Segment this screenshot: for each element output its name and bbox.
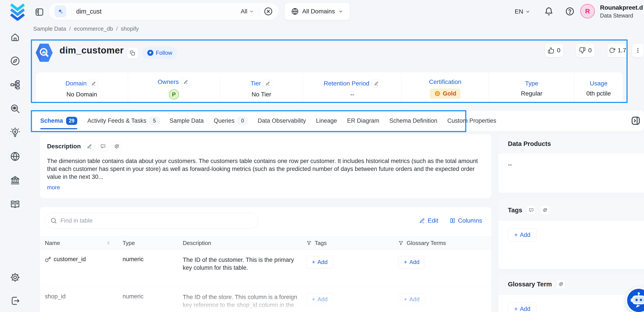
global-search-bar[interactable]: All bbox=[48, 3, 279, 20]
column-header-tags[interactable]: Tags bbox=[303, 240, 395, 246]
meta-certification: Certification Gold bbox=[402, 72, 489, 105]
pencil-icon bbox=[92, 81, 96, 86]
edit-table-label: Edit bbox=[428, 217, 438, 224]
add-label: Add bbox=[410, 296, 420, 303]
tab-data-observability[interactable]: Data Observability bbox=[258, 111, 306, 131]
table-search-field[interactable] bbox=[45, 213, 258, 229]
column-header-type[interactable]: Type bbox=[119, 240, 180, 246]
sidebar-item-settings[interactable] bbox=[10, 272, 20, 282]
follow-button[interactable]: Follow bbox=[142, 47, 177, 59]
add-tag-button[interactable]: Add bbox=[306, 256, 333, 268]
plus-icon bbox=[404, 259, 407, 265]
tab-lineage[interactable]: Lineage bbox=[316, 111, 337, 131]
sidebar-item-home[interactable] bbox=[10, 32, 20, 42]
columns-config-button[interactable]: Columns bbox=[450, 217, 482, 224]
glossary-term-title: Glossary Term bbox=[508, 281, 552, 288]
tab-custom-properties[interactable]: Custom Properties bbox=[447, 111, 496, 131]
version-button[interactable]: 1.7 bbox=[607, 44, 628, 57]
filter-icon bbox=[398, 240, 404, 246]
tab-label: Custom Properties bbox=[447, 117, 496, 124]
user-meta[interactable]: Rounakpreet.d Data Steward bbox=[600, 4, 643, 20]
column-header-name[interactable]: Name bbox=[45, 240, 119, 246]
user-initial: R bbox=[585, 8, 590, 15]
user-avatar[interactable]: R bbox=[580, 4, 595, 19]
data-products-title: Data Products bbox=[508, 140, 551, 147]
owner-avatar[interactable]: P bbox=[169, 89, 179, 99]
column-header-glossary-terms[interactable]: Glossary Terms bbox=[395, 240, 491, 246]
sidebar-item-domains[interactable] bbox=[10, 151, 20, 162]
copy-name-button[interactable] bbox=[127, 47, 138, 59]
column-name-cell[interactable]: shop_id bbox=[45, 293, 119, 300]
breadcrumb-item[interactable]: ecommerce_db bbox=[74, 26, 113, 32]
add-label: Add bbox=[520, 306, 530, 312]
breadcrumb-item[interactable]: shopify bbox=[121, 26, 139, 32]
comment-description-button[interactable] bbox=[98, 141, 108, 151]
request-description-button[interactable] bbox=[112, 141, 122, 151]
page-title: dim_customer bbox=[60, 45, 124, 56]
upvote-button[interactable]: 0 bbox=[545, 44, 564, 57]
add-glossary-term-button[interactable]: Add bbox=[398, 256, 425, 268]
collapse-right-panel-icon[interactable] bbox=[631, 116, 640, 125]
tab-count-badge: 29 bbox=[66, 117, 78, 125]
search-input[interactable] bbox=[76, 8, 236, 15]
tab-queries[interactable]: Queries 0 bbox=[214, 111, 248, 131]
tab-sample-data[interactable]: Sample Data bbox=[170, 111, 204, 131]
add-tag-button[interactable]: Add bbox=[508, 228, 537, 242]
domains-filter-button[interactable]: All Domains bbox=[284, 3, 350, 20]
meta-tier-value: No Tier bbox=[252, 91, 271, 98]
sidebar-item-explore[interactable] bbox=[10, 56, 20, 66]
sidebar-item-governance[interactable] bbox=[10, 175, 20, 185]
notifications-bell-icon[interactable] bbox=[544, 7, 554, 16]
edit-owners-button[interactable] bbox=[182, 78, 190, 86]
breadcrumb-separator: / bbox=[69, 26, 71, 32]
tab-label: Queries bbox=[214, 117, 234, 124]
chat-assistant-button[interactable] bbox=[627, 289, 644, 312]
chevron-down-icon bbox=[250, 9, 254, 14]
help-icon[interactable] bbox=[565, 7, 574, 16]
column-name-cell[interactable]: customer_id bbox=[45, 256, 119, 263]
breadcrumb-item[interactable]: Sample Data bbox=[33, 26, 66, 32]
tab-activity-feeds[interactable]: Activity Feeds & Tasks 5 bbox=[87, 111, 160, 131]
downvote-button[interactable]: 0 bbox=[576, 44, 595, 57]
tab-schema[interactable]: Schema 29 bbox=[40, 111, 77, 131]
table-search-input[interactable] bbox=[60, 217, 253, 224]
more-options-button[interactable] bbox=[632, 44, 644, 57]
comment-icon bbox=[529, 208, 534, 213]
tags-comment-button[interactable] bbox=[527, 206, 536, 215]
sidebar-toggle-icon[interactable] bbox=[34, 7, 44, 17]
globe-icon bbox=[291, 8, 299, 15]
sidebar-item-insights[interactable] bbox=[10, 127, 20, 138]
tab-er-diagram[interactable]: ER Diagram bbox=[347, 111, 379, 131]
add-tag-button[interactable]: Add bbox=[306, 293, 333, 306]
columns-icon bbox=[450, 218, 455, 223]
edit-retention-button[interactable] bbox=[372, 79, 381, 88]
column-header-description[interactable]: Description bbox=[180, 240, 303, 246]
sidebar-item-glossary[interactable] bbox=[10, 199, 20, 209]
tags-card: Tags Add bbox=[498, 199, 644, 269]
add-glossary-term-button[interactable]: Add bbox=[398, 293, 425, 306]
clear-search-icon[interactable] bbox=[264, 7, 273, 16]
edit-table-button[interactable]: Edit bbox=[419, 217, 438, 224]
edit-tier-button[interactable] bbox=[264, 79, 272, 88]
edit-domain-button[interactable] bbox=[89, 79, 98, 88]
edit-description-button[interactable] bbox=[85, 141, 94, 151]
meta-retention-value: -- bbox=[350, 91, 354, 98]
sidebar-item-data-flow[interactable] bbox=[10, 80, 20, 90]
tags-request-button[interactable] bbox=[540, 206, 550, 215]
table-row: customer_id numeric The ID of the custom… bbox=[40, 250, 491, 287]
robot-icon bbox=[627, 289, 644, 312]
glossary-cell: Add bbox=[395, 256, 491, 268]
bigquery-service-icon bbox=[34, 42, 54, 64]
app-logo[interactable] bbox=[8, 2, 27, 21]
tab-schema-definition[interactable]: Schema Definition bbox=[389, 111, 437, 131]
add-glossary-term-button[interactable]: Add bbox=[508, 302, 537, 312]
language-selector[interactable]: EN bbox=[515, 0, 530, 23]
meta-domain-label: Domain bbox=[66, 80, 86, 87]
glossary-request-button[interactable] bbox=[556, 279, 566, 289]
search-scope-dropdown[interactable]: All bbox=[241, 8, 254, 15]
description-more-link[interactable]: more bbox=[47, 184, 60, 191]
sidebar-item-logout[interactable] bbox=[10, 296, 20, 306]
sidebar-item-observability[interactable] bbox=[10, 104, 20, 114]
copy-icon bbox=[130, 50, 135, 56]
column-name: shop_id bbox=[45, 293, 66, 300]
